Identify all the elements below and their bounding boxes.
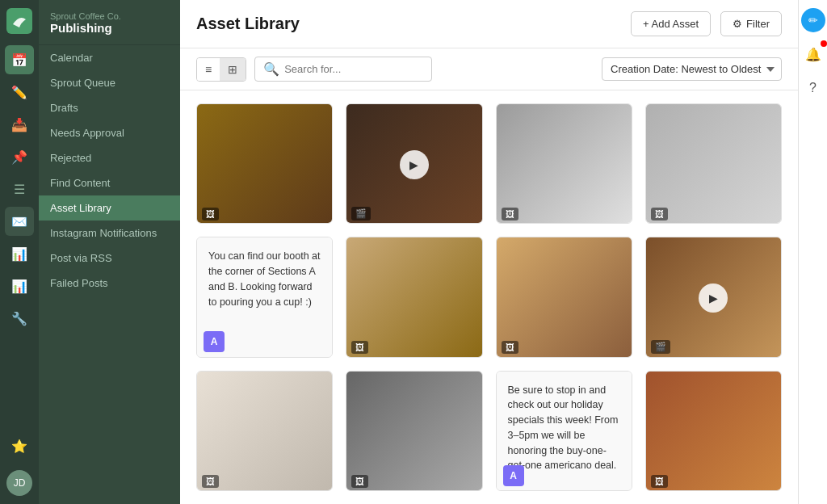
nav-icon-star[interactable]: ⭐ — [5, 431, 34, 460]
nav-icon-publish[interactable]: ✉️ — [5, 207, 34, 236]
asset-card[interactable]: ▶ 🎬 How-to Milk Froth — [645, 237, 782, 357]
asset-card[interactable]: 🖼 December Special — [496, 237, 632, 357]
user-avatar[interactable]: JD — [6, 470, 32, 496]
search-input[interactable] — [284, 63, 423, 75]
asset-card[interactable]: 🖼 Mason Jar — [196, 371, 333, 491]
asset-card[interactable]: You can find our booth at the corner of … — [196, 237, 333, 357]
sort-select[interactable]: Creation Date: Newest to OldestCreation … — [602, 57, 782, 81]
user-action-icon[interactable]: ✏ — [801, 8, 825, 32]
filter-icon: ⚙ — [733, 18, 742, 30]
asset-text-thumb: You can find our booth at the corner of … — [197, 237, 332, 357]
toolbar: ≡ ⊞ 🔍 Creation Date: Newest to OldestCre… — [180, 48, 798, 90]
sidebar-item-instagram-notifications[interactable]: Instagram Notifications — [39, 220, 180, 246]
asset-type-badge: 🎬 — [651, 340, 670, 354]
asset-grid: 🖼 Assorted Coffee ▶ 🎬 Making an Esspress… — [180, 90, 798, 504]
help-icon[interactable]: ? — [801, 76, 825, 100]
asset-type-badge: 🖼 — [502, 208, 518, 220]
brand-header: Sprout Coffee Co. Publishing — [39, 0, 180, 45]
sidebar-item-post-via-rss[interactable]: Post via RSS — [39, 246, 180, 271]
main-content: Asset Library + Add Asset ⚙ Filter ≡ ⊞ 🔍… — [180, 0, 798, 504]
asset-card[interactable]: 🖼 Interior Shot — [346, 371, 482, 491]
asset-thumbnail: 🖼 — [646, 104, 781, 224]
asset-card[interactable]: 🖼 Store View — [496, 103, 632, 224]
asset-thumbnail: 🖼 — [197, 104, 332, 224]
asset-type-badge: 🖼 — [502, 341, 518, 354]
asset-text-content: You can find our booth at the corner of … — [208, 249, 321, 309]
sidebar-item-calendar[interactable]: Calendar — [39, 45, 180, 70]
asset-thumbnail: ▶ 🎬 — [346, 104, 481, 224]
asset-type-badge: 🖼 — [651, 208, 668, 220]
asset-type-badge: 🖼 — [202, 475, 219, 488]
asset-type-badge: 🎬 — [351, 207, 371, 220]
text-type-icon: A — [503, 465, 524, 486]
nav-icon-calendar[interactable]: 📅 — [5, 45, 34, 74]
nav-icon-reports[interactable]: ☰ — [5, 174, 34, 204]
sidebar-item-rejected[interactable]: Rejected — [39, 145, 180, 170]
main-header: Asset Library + Add Asset ⚙ Filter — [180, 0, 798, 48]
sidebar-item-asset-library[interactable]: Asset Library — [39, 195, 180, 220]
view-toggle: ≡ ⊞ — [196, 57, 246, 82]
grid-view-button[interactable]: ⊞ — [220, 58, 246, 81]
nav-icon-analytics[interactable]: 📊 — [5, 239, 34, 268]
filter-button[interactable]: ⚙ Filter — [720, 11, 782, 36]
asset-thumbnail: 🖼 — [497, 104, 632, 224]
company-name: Sprout Coffee Co. — [50, 11, 169, 21]
nav-icon-tools[interactable]: 🔧 — [5, 304, 34, 333]
asset-type-badge: 🖼 — [351, 341, 368, 354]
notification-icon[interactable]: 🔔 — [801, 42, 825, 66]
asset-text-thumb: Be sure to stop in and check out our hol… — [497, 372, 632, 491]
app-name: Publishing — [50, 21, 169, 35]
asset-type-badge: 🖼 — [351, 475, 368, 488]
play-button[interactable]: ▶ — [699, 284, 728, 313]
list-view-button[interactable]: ≡ — [197, 58, 220, 81]
asset-card[interactable]: ▶ 🎬 Making an Esspresso — [346, 103, 482, 224]
page-title: Asset Library — [196, 15, 621, 33]
sidebar-item-needs-approval[interactable]: Needs Approval — [39, 120, 180, 145]
asset-thumbnail: 🖼 — [346, 237, 481, 357]
icon-sidebar: 📅 ✏️ 📥 📌 ☰ ✉️ 📊 📊 🔧 ⭐ JD — [0, 0, 39, 504]
asset-text-content: Be sure to stop in and check out our hol… — [508, 383, 620, 474]
right-sidebar: ✏ 🔔 ? — [798, 0, 827, 504]
search-bar: 🔍 — [254, 57, 432, 82]
left-nav: Sprout Coffee Co. Publishing CalendarSpr… — [39, 0, 180, 504]
asset-card[interactable]: 🖼 Iced Coffee — [645, 371, 782, 491]
asset-thumbnail: 🖼 — [497, 237, 632, 357]
sidebar-item-failed-posts[interactable]: Failed Posts — [39, 271, 180, 296]
asset-card[interactable]: 🖼 Assorted Coffee — [196, 103, 333, 224]
nav-icon-tasks[interactable]: 📌 — [5, 142, 34, 171]
asset-card[interactable]: 🖼 Latte Art — [346, 237, 482, 357]
search-icon: 🔍 — [263, 61, 279, 77]
play-button[interactable]: ▶ — [400, 150, 429, 179]
nav-icon-inbox[interactable]: 📥 — [5, 110, 34, 139]
sidebar-item-drafts[interactable]: Drafts — [39, 95, 180, 120]
nav-icon-listening[interactable]: 📊 — [5, 271, 34, 300]
add-asset-button[interactable]: + Add Asset — [631, 11, 711, 36]
asset-thumbnail: 🖼 — [346, 372, 481, 491]
asset-thumbnail: ▶ 🎬 — [646, 237, 781, 357]
notification-badge — [821, 40, 827, 47]
text-type-icon: A — [204, 331, 225, 352]
asset-type-badge: 🖼 — [202, 208, 219, 220]
asset-thumbnail: 🖼 — [197, 372, 332, 491]
asset-type-badge: 🖼 — [651, 475, 668, 488]
nav-icon-compose[interactable]: ✏️ — [5, 78, 34, 107]
asset-card[interactable]: Be sure to stop in and check out our hol… — [496, 371, 632, 491]
asset-card[interactable]: 🖼 Pour Over Top — [645, 103, 782, 224]
asset-thumbnail: 🖼 — [646, 372, 781, 491]
app-logo — [6, 8, 32, 34]
sidebar-item-find-content[interactable]: Find Content — [39, 170, 180, 195]
sidebar-item-sprout-queue[interactable]: Sprout Queue — [39, 70, 180, 95]
